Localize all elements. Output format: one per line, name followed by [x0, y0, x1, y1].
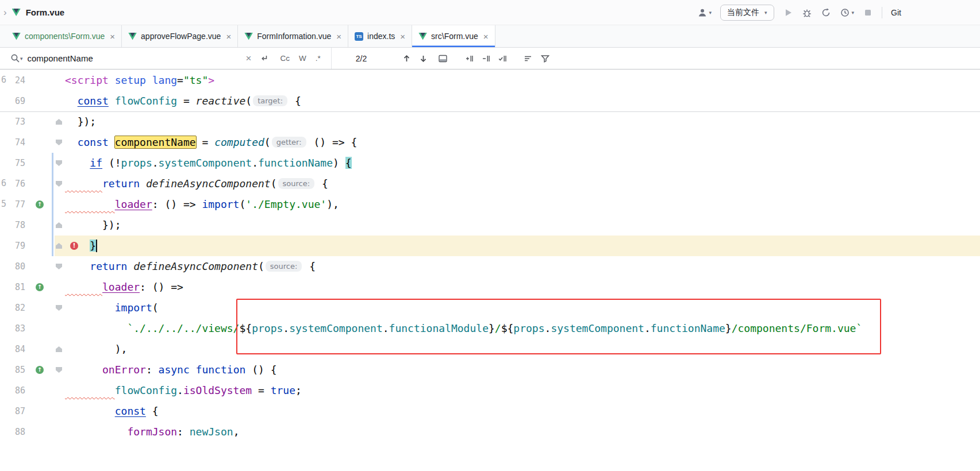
code-token — [65, 260, 90, 272]
clear-search-icon[interactable]: × — [246, 53, 252, 63]
code-line-81[interactable]: 81↑ loader: () => — [0, 277, 980, 298]
add-selection-icon — [464, 54, 474, 63]
exclude-occurrence-button[interactable] — [481, 54, 490, 63]
title-bar: › Form.vue ▾ 当前文件 ▾ ▾ Git — [0, 0, 980, 25]
line-number: 73 — [0, 111, 25, 132]
code-token: defineAsyncComponent — [146, 177, 271, 190]
code-line-82[interactable]: 82 import( — [0, 298, 980, 318]
code-token: const — [78, 136, 109, 148]
editor-tab-1[interactable]: approveFlowPage.vue× — [122, 25, 238, 47]
code-text: loader: () => — [65, 277, 183, 298]
user-icon — [697, 7, 708, 18]
search-mode-button[interactable]: ▾ — [10, 53, 23, 63]
regex-toggle[interactable]: .* — [316, 54, 321, 63]
window-title: Form.vue — [26, 7, 65, 17]
select-all-matches-icon — [497, 54, 507, 63]
nav-chevron-icon[interactable]: › — [3, 7, 7, 17]
run-button[interactable] — [783, 7, 793, 18]
add-occurrence-button[interactable] — [464, 54, 474, 63]
code-line-86[interactable]: 86 flowConfig.isOldSystem = true; — [0, 380, 980, 401]
code-token: = — [177, 74, 183, 86]
search-input[interactable] — [28, 53, 246, 63]
code-token — [65, 281, 102, 293]
close-icon[interactable]: × — [110, 32, 115, 41]
fold-marker[interactable] — [56, 160, 62, 166]
code-line-75[interactable]: 75 if (!props.systemComponent.functionNa… — [0, 153, 980, 173]
profiler-button[interactable]: ▾ — [840, 7, 855, 18]
close-icon[interactable]: × — [336, 32, 341, 41]
chevron-down-icon: ▾ — [852, 10, 855, 16]
stop-button[interactable] — [863, 7, 873, 18]
code-token: `./../../../views/ — [127, 322, 239, 334]
whole-words-toggle[interactable]: W — [299, 54, 306, 63]
fold-marker[interactable] — [56, 119, 62, 125]
code-line-24[interactable]: 24<script setup lang="ts"> — [0, 70, 980, 91]
line-number: 74 — [0, 132, 25, 153]
code-token: ( — [152, 302, 159, 314]
code-token: ( — [239, 198, 245, 210]
code-token — [65, 405, 115, 417]
typescript-file-icon: TS — [355, 32, 363, 41]
gutter-green-icon[interactable]: ↑ — [36, 200, 44, 209]
fold-marker[interactable] — [56, 222, 62, 228]
fold-marker[interactable] — [56, 181, 62, 187]
code-token: ) — [333, 157, 345, 169]
code-token: computed — [214, 136, 264, 148]
editor-tab-4[interactable]: src\Form.vue× — [412, 25, 495, 47]
fold-marker[interactable] — [56, 264, 62, 269]
line-number: 82 — [0, 298, 25, 318]
debug-button[interactable] — [802, 7, 812, 18]
line-number: 85 — [0, 360, 25, 380]
insert-newline-button[interactable] — [259, 54, 268, 63]
code-line-69[interactable]: 69 const flowConfig = reactive(target: { — [0, 91, 980, 111]
gutter-green-icon[interactable]: ↑ — [36, 366, 44, 374]
code-line-87[interactable]: 87 const { — [0, 401, 980, 422]
fold-marker[interactable] — [56, 243, 62, 249]
fold-marker[interactable] — [56, 346, 62, 352]
tab-label: index.ts — [367, 32, 395, 41]
user-button[interactable]: ▾ — [697, 7, 712, 18]
code-line-76[interactable]: 76 return defineAsyncComponent(source: { — [0, 173, 980, 194]
previous-match-button[interactable] — [402, 54, 411, 63]
close-icon[interactable]: × — [483, 32, 489, 41]
code-line-85[interactable]: 85↑ onError: async function () { — [0, 360, 980, 380]
code-editor[interactable]: 24<script setup lang="ts">69 const flowC… — [0, 70, 980, 471]
next-match-button[interactable] — [419, 54, 428, 63]
filter-button[interactable] — [540, 54, 550, 63]
code-text: }); — [65, 111, 96, 132]
code-token: systemComponent — [289, 322, 383, 334]
select-all-occurrences-button[interactable] — [497, 54, 507, 63]
code-token: : () => — [140, 281, 183, 293]
code-line-84[interactable]: 84 ), — [0, 339, 980, 360]
vcs-change-marker — [52, 153, 53, 173]
code-line-88[interactable]: 88 formJson: newJson, — [0, 422, 980, 442]
code-line-73[interactable]: 73 }); — [0, 111, 980, 132]
code-line-77[interactable]: 77↑ loader: () => import('./Empty.vue'), — [0, 194, 980, 215]
editor-tab-0[interactable]: components\Form.vue× — [6, 25, 122, 47]
fold-marker[interactable] — [56, 367, 62, 373]
run-configuration-select[interactable]: 当前文件 ▾ — [720, 5, 774, 21]
gutter-green-icon[interactable]: ↑ — [36, 283, 44, 291]
run-configuration-label: 当前文件 — [727, 7, 759, 18]
match-case-toggle[interactable]: Cc — [280, 54, 290, 63]
code-line-79[interactable]: 79! } — [0, 235, 980, 256]
git-widget[interactable]: Git — [891, 8, 901, 17]
close-icon[interactable]: × — [226, 32, 231, 41]
code-line-78[interactable]: 78 }); — [0, 215, 980, 235]
code-line-83[interactable]: 83 `./../../../views/${props.systemCompo… — [0, 318, 980, 339]
code-line-74[interactable]: 74 const componentName = computed(getter… — [0, 132, 980, 153]
editor-tab-2[interactable]: FormInformation.vue× — [238, 25, 348, 47]
view-options-button[interactable] — [523, 54, 532, 63]
open-results-button[interactable] — [438, 54, 448, 63]
code-line-80[interactable]: 80 return defineAsyncComponent(source: { — [0, 256, 980, 277]
close-icon[interactable]: × — [400, 32, 405, 41]
match-count: 2/2 — [356, 54, 367, 63]
open-in-tool-window-icon — [438, 54, 448, 63]
editor-tab-3[interactable]: TSindex.ts× — [348, 25, 412, 47]
coverage-button[interactable] — [821, 7, 831, 18]
tab-label: FormInformation.vue — [257, 32, 331, 41]
fold-marker[interactable] — [56, 140, 62, 145]
code-token — [140, 177, 146, 190]
fold-marker[interactable] — [56, 305, 62, 311]
code-token: , — [233, 426, 240, 438]
